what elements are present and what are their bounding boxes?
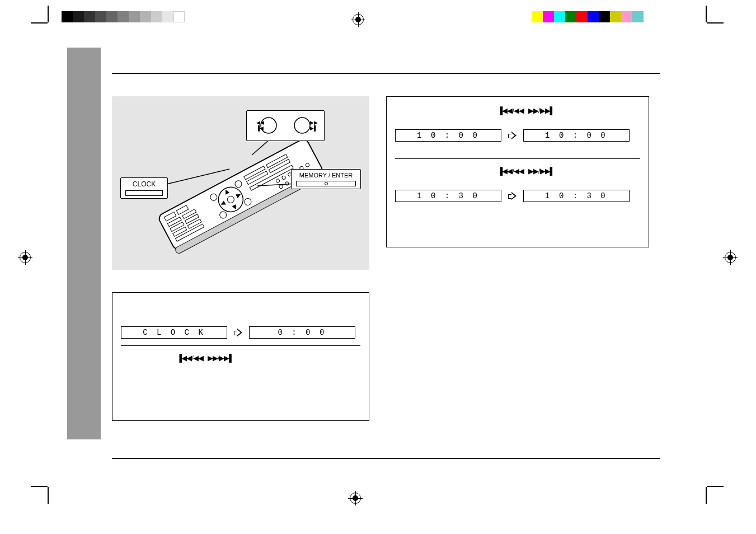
step-box-1: C L O C K 0 : 0 0 ▐◀◀/◀◀ ▶▶/▶▶▌ <box>112 292 369 421</box>
remote-illustration-panel: CLOCK ◀◀ ▐◀ ▶▶ ▶▌ MEMORY / ENTER <box>112 96 369 270</box>
svg-text:◀◀: ◀◀ <box>256 120 264 125</box>
step-box-2: ▐◀◀/◀◀ ▶▶/▶▶▌ 1 0 : 0 0 1 0 : 0 0 ▐◀◀/◀◀… <box>386 96 649 247</box>
registration-mark-bottom <box>350 493 361 504</box>
lcd-display: 0 : 0 0 <box>249 326 355 339</box>
callout-memory-enter-label: MEMORY / ENTER <box>296 172 356 179</box>
page-tab-sidebar <box>67 48 101 439</box>
lcd-text: 1 0 : 3 0 <box>545 191 608 200</box>
color-bar <box>532 11 644 22</box>
registration-mark-top <box>353 14 364 25</box>
lcd-display: 1 0 : 3 0 <box>523 190 630 202</box>
svg-text:▶▶: ▶▶ <box>310 120 318 125</box>
skip-icons: ▐◀◀/◀◀ ▶▶/▶▶▌ <box>497 167 554 175</box>
lcd-text: 1 0 : 0 0 <box>417 131 480 140</box>
skip-back-icon: ▐◀◀/◀◀ ▶▶/▶▶▌ <box>177 354 233 362</box>
svg-text:▐◀: ▐◀ <box>256 125 264 132</box>
page-content: CLOCK ◀◀ ▐◀ ▶▶ ▶▌ MEMORY / ENTER C L O <box>112 73 660 459</box>
svg-point-42 <box>294 118 310 133</box>
lcd-display: C L O C K <box>121 326 227 339</box>
grayscale-bar <box>62 11 185 22</box>
callout-clock-label: CLOCK <box>125 180 163 188</box>
lcd-display: 1 0 : 0 0 <box>523 129 630 142</box>
lcd-text: 0 : 0 0 <box>278 328 327 337</box>
registration-mark-right <box>725 252 736 263</box>
lcd-text: 1 0 : 3 0 <box>417 191 480 200</box>
lcd-display: 1 0 : 3 0 <box>395 190 501 202</box>
callout-clock: CLOCK <box>120 177 168 199</box>
callout-skip-buttons: ◀◀ ▐◀ ▶▶ ▶▌ <box>246 110 325 141</box>
arrow-right-icon <box>508 132 516 139</box>
registration-mark-left <box>20 252 31 263</box>
arrow-right-icon <box>508 192 516 200</box>
lcd-text: 1 0 : 0 0 <box>545 131 608 140</box>
skip-icons: ▐◀◀/◀◀ ▶▶/▶▶▌ <box>497 106 554 115</box>
lcd-text: C L O C K <box>143 328 205 337</box>
callout-memory-enter: MEMORY / ENTER <box>291 169 361 189</box>
svg-text:▶▌: ▶▌ <box>310 125 317 132</box>
arrow-right-icon <box>234 329 242 336</box>
lcd-display: 1 0 : 0 0 <box>395 129 501 142</box>
